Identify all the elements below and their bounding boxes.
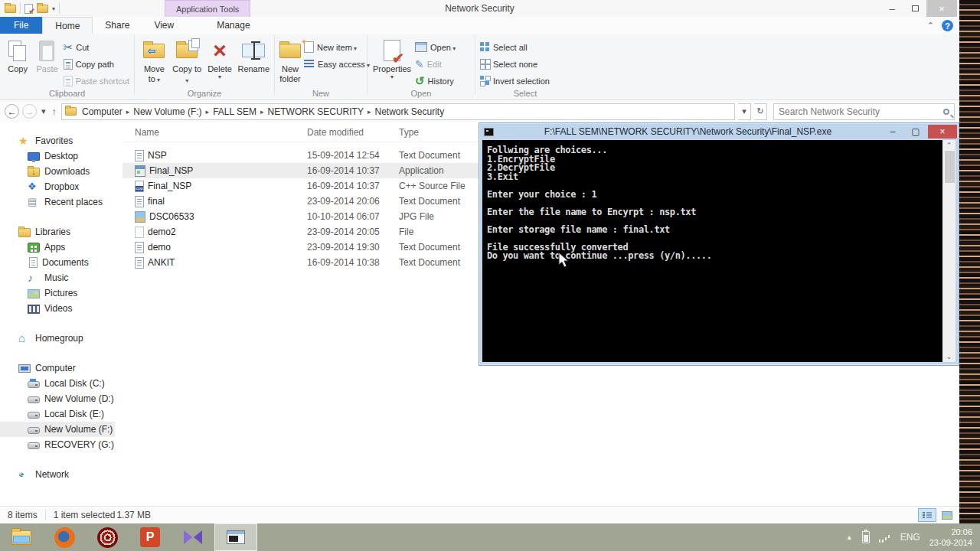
restore-button[interactable] — [903, 0, 926, 17]
sidebar-item-pictures[interactable]: Pictures — [0, 285, 115, 301]
delete-button[interactable]: Delete — [205, 37, 235, 80]
select-all-button[interactable]: Select all — [480, 40, 550, 54]
battery-icon[interactable] — [862, 531, 870, 543]
cut-button[interactable]: Cut — [64, 40, 129, 54]
table-row[interactable]: NSP15-09-2014 12:54Text Document — [122, 148, 482, 163]
taskbar-button-kmplayer[interactable] — [172, 523, 214, 551]
tab-file[interactable]: File — [0, 17, 42, 34]
tab-home[interactable]: Home — [42, 17, 93, 34]
qat-customize-caret-icon[interactable]: ▾ — [52, 5, 55, 12]
properties-button[interactable]: Properties — [372, 37, 412, 80]
taskbar-button-file-explorer[interactable] — [0, 523, 43, 551]
thumbnails-view-button[interactable] — [938, 508, 956, 522]
taskbar-button-powerpoint[interactable]: P — [129, 523, 172, 551]
breadcrumb[interactable]: Computer▸New Volume (F:)▸FALL SEM▸NETWOR… — [61, 103, 735, 120]
sidebar-item-libraries[interactable]: Libraries — [0, 224, 115, 240]
console-screen[interactable]: Follwing are choices... 1.EncryptFile 2.… — [482, 140, 942, 362]
copy-to-button[interactable]: Copy to — [172, 37, 202, 86]
scroll-up-icon[interactable]: ⌃ — [946, 141, 952, 150]
breadcrumb-item[interactable]: Network Security — [371, 106, 448, 117]
table-row[interactable]: Final_NSP16-09-2014 10:37C++ Source File — [122, 178, 482, 194]
sidebar-item-downloads[interactable]: Downloads — [0, 164, 115, 179]
paste-shortcut-button[interactable]: Paste shortcut — [64, 73, 129, 88]
easy-access-button[interactable]: Easy access — [304, 57, 370, 71]
console-scroll-thumb[interactable] — [945, 151, 955, 183]
sidebar-item-homegroup[interactable]: Homegroup — [0, 331, 115, 346]
breadcrumb-item[interactable]: NETWORK SECURITY — [264, 106, 368, 117]
scroll-down-icon[interactable]: ⌄ — [946, 352, 952, 361]
sidebar-item-network[interactable]: Network — [0, 467, 115, 482]
table-row[interactable]: DSC0653310-10-2014 06:07JPG File — [122, 209, 482, 224]
new-item-button[interactable]: New item — [304, 40, 370, 54]
copy-path-button[interactable]: Copy path — [64, 57, 129, 71]
table-row[interactable]: demo223-09-2014 20:05File — [122, 224, 482, 240]
table-row[interactable]: ANKIT16-09-2014 10:38Text Document — [122, 255, 482, 270]
sidebar-item-dropbox[interactable]: Dropbox — [0, 179, 115, 194]
sidebar-item-documents[interactable]: Documents — [0, 255, 115, 270]
column-header-date-modified[interactable]: Date modified — [304, 127, 394, 138]
move-to-button[interactable]: ⇦ Move to — [139, 37, 169, 85]
invert-selection-button[interactable]: Invert selection — [480, 73, 550, 88]
breadcrumb-item[interactable]: New Volume (F:) — [129, 106, 205, 117]
up-button[interactable]: ↑ — [51, 106, 59, 117]
sidebar-item-recovery-g[interactable]: RECOVERY (G:) — [0, 437, 115, 452]
breadcrumb-item[interactable]: Computer — [78, 106, 126, 117]
collapse-ribbon-icon[interactable]: ⌃ — [927, 21, 934, 31]
minimize-button[interactable]: – — [880, 0, 903, 17]
column-header-name[interactable]: Name — [122, 127, 304, 138]
taskbar-button-screen-recorder[interactable] — [86, 523, 129, 551]
tray-expand-icon[interactable]: ▲ — [846, 533, 853, 541]
select-none-button[interactable]: Select none — [480, 57, 550, 71]
tab-share[interactable]: Share — [93, 17, 142, 34]
tab-manage[interactable]: Manage — [204, 17, 262, 34]
properties-quick-icon[interactable] — [24, 4, 33, 14]
clock[interactable]: 20:06 23-09-2014 — [929, 527, 972, 548]
copy-button[interactable]: Copy — [5, 37, 31, 74]
refresh-icon[interactable]: ↻ — [754, 103, 767, 120]
sidebar-item-music[interactable]: Music — [0, 270, 115, 285]
sidebar-item-new-volume-d[interactable]: New Volume (D:) — [0, 391, 115, 406]
taskbar-button-firefox[interactable] — [43, 523, 86, 551]
taskbar-button-console-app[interactable] — [214, 523, 257, 551]
new-folder-button[interactable]: New folder — [279, 37, 301, 84]
history-button[interactable]: History — [415, 73, 456, 88]
sidebar-item-videos[interactable]: Videos — [0, 301, 115, 316]
new-group-label: New — [275, 89, 367, 98]
open-button[interactable]: Open — [415, 40, 456, 54]
console-title-bar[interactable]: F:\FALL SEM\NETWORK SECURITY\Network Sec… — [479, 123, 959, 140]
firefox-icon — [54, 527, 75, 548]
close-button[interactable]: × — [926, 0, 957, 17]
table-row[interactable]: Final_NSP16-09-2014 10:37Application — [122, 163, 482, 178]
back-button[interactable]: ← — [5, 104, 19, 119]
search-input[interactable] — [779, 106, 943, 117]
recent-locations-caret-icon[interactable]: ▾ — [40, 106, 47, 116]
sidebar-item-computer[interactable]: Computer — [0, 360, 115, 376]
language-indicator[interactable]: ENG — [900, 532, 920, 543]
sidebar-item-local-disk-c[interactable]: Local Disk (C:) — [0, 376, 115, 391]
rename-button[interactable]: Rename — [237, 37, 270, 74]
sidebar-item-apps[interactable]: Apps — [0, 240, 115, 255]
drive-system-icon — [28, 381, 40, 388]
breadcrumb-item[interactable]: FALL SEM — [209, 106, 260, 117]
console-maximize-button[interactable]: ▢ — [905, 125, 926, 139]
paste-button[interactable]: Paste — [34, 37, 60, 74]
tab-view[interactable]: View — [142, 17, 186, 34]
network-signal-icon[interactable] — [879, 532, 891, 543]
table-row[interactable]: final23-09-2014 20:06Text Document — [122, 194, 482, 209]
console-minimize-button[interactable]: – — [882, 125, 903, 139]
sidebar-item-recent-places[interactable]: Recent places — [0, 194, 115, 210]
details-view-button[interactable] — [918, 508, 936, 522]
new-folder-quick-icon[interactable] — [37, 5, 48, 13]
column-header-type[interactable]: Type — [394, 127, 479, 138]
table-row[interactable]: demo23-09-2014 19:30Text Document — [122, 240, 482, 255]
sidebar-item-desktop[interactable]: Desktop — [0, 148, 115, 164]
sidebar-item-favorites[interactable]: Favorites — [0, 133, 115, 148]
console-close-button[interactable]: × — [928, 125, 957, 139]
search-box[interactable] — [773, 103, 955, 120]
sidebar-item-new-volume-f[interactable]: New Volume (F:) — [0, 422, 115, 437]
forward-button[interactable]: → — [22, 104, 37, 119]
help-icon[interactable]: ? — [942, 20, 953, 31]
address-dropdown-icon[interactable]: ▾ — [738, 103, 751, 120]
edit-button[interactable]: Edit — [415, 57, 456, 71]
sidebar-item-local-disk-e[interactable]: Local Disk (E:) — [0, 406, 115, 422]
